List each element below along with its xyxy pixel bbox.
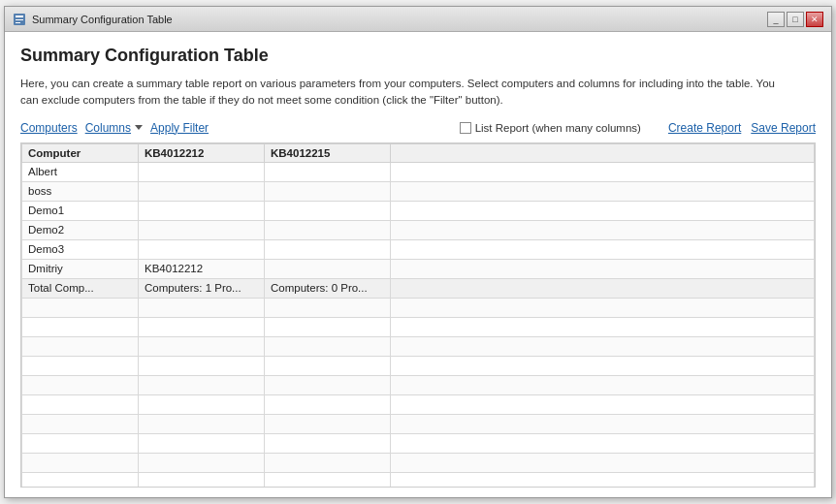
- content-area: Summary Configuration Table Here, you ca…: [5, 32, 831, 497]
- description: Here, you can create a summary table rep…: [20, 76, 816, 110]
- col-header-computer: Computer: [22, 143, 139, 162]
- list-report-container: List Report (when many columns): [460, 122, 641, 134]
- total-col2: Computers: 0 Pro...: [265, 278, 391, 298]
- cell-empty: [391, 239, 815, 259]
- svg-rect-3: [16, 22, 20, 23]
- col-header-kb2: KB4012215: [265, 143, 391, 162]
- cell-col1: [139, 239, 265, 259]
- cell-empty: [391, 181, 815, 201]
- empty-table-row: [22, 317, 815, 336]
- empty-table-row: [22, 453, 815, 472]
- empty-table-row: [22, 356, 815, 375]
- empty-table-row: [22, 375, 815, 394]
- title-bar-controls: _ □ ✕: [767, 12, 823, 27]
- cell-col1: [139, 162, 265, 181]
- apply-filter-link[interactable]: Apply Filter: [150, 121, 209, 135]
- table-container: Computer KB4012212 KB4012215 Albert bo: [20, 142, 816, 488]
- empty-table-row: [22, 298, 815, 317]
- toolbar: Computers Columns Apply Filter List Repo…: [20, 121, 816, 135]
- table-row: boss: [22, 181, 815, 201]
- main-window: Summary Configuration Table _ □ ✕ Summar…: [4, 6, 832, 498]
- minimize-button[interactable]: _: [767, 12, 785, 27]
- cell-col1: KB4012212: [139, 259, 265, 278]
- cell-col2: [265, 181, 391, 201]
- summary-table: Computer KB4012212 KB4012215 Albert bo: [21, 143, 815, 488]
- create-report-link[interactable]: Create Report: [668, 121, 741, 135]
- cell-computer: Dmitriy: [22, 259, 139, 278]
- save-report-link[interactable]: Save Report: [751, 121, 816, 135]
- columns-button[interactable]: Columns: [85, 121, 143, 135]
- table-row: Demo1: [22, 201, 815, 220]
- close-button[interactable]: ✕: [806, 12, 823, 27]
- empty-table-row: [22, 394, 815, 414]
- cell-col1: [139, 181, 265, 201]
- window-icon: [13, 13, 26, 26]
- cell-col1: [139, 201, 265, 220]
- cell-empty: [391, 201, 815, 220]
- columns-dropdown-arrow: [135, 125, 143, 130]
- title-bar: Summary Configuration Table _ □ ✕: [5, 7, 831, 32]
- cell-computer: Albert: [22, 162, 139, 181]
- empty-table-row: [22, 414, 815, 433]
- cell-col1: [139, 220, 265, 239]
- empty-table-row: [22, 472, 815, 488]
- table-row: Demo3: [22, 239, 815, 259]
- title-bar-left: Summary Configuration Table: [13, 13, 173, 26]
- total-label: Total Comp...: [22, 278, 139, 298]
- cell-col2: [265, 220, 391, 239]
- page-title: Summary Configuration Table: [20, 46, 816, 66]
- cell-col2: [265, 162, 391, 181]
- cell-computer: boss: [22, 181, 139, 201]
- toolbar-right: Create Report Save Report: [668, 121, 816, 135]
- empty-table-row: [22, 433, 815, 453]
- cell-col2: [265, 201, 391, 220]
- columns-link: Columns: [85, 121, 131, 135]
- col-header-kb1: KB4012212: [139, 143, 265, 162]
- table-header-row: Computer KB4012212 KB4012215: [22, 143, 815, 162]
- cell-empty: [391, 259, 815, 278]
- svg-rect-2: [16, 19, 23, 20]
- table-row: Demo2: [22, 220, 815, 239]
- empty-table-row: [22, 336, 815, 356]
- table-row: Albert: [22, 162, 815, 181]
- maximize-button[interactable]: □: [787, 12, 804, 27]
- table-row: Dmitriy KB4012212: [22, 259, 815, 278]
- list-report-label: List Report (when many columns): [475, 122, 641, 134]
- cell-col2: [265, 259, 391, 278]
- cell-empty: [391, 162, 815, 181]
- total-row: Total Comp... Computers: 1 Pro... Comput…: [22, 278, 815, 298]
- cell-computer: Demo2: [22, 220, 139, 239]
- list-report-checkbox[interactable]: [460, 122, 471, 134]
- title-bar-text: Summary Configuration Table: [32, 14, 173, 25]
- svg-rect-1: [16, 16, 23, 17]
- computers-link[interactable]: Computers: [20, 121, 78, 135]
- col-header-empty: [391, 143, 815, 162]
- cell-empty: [391, 220, 815, 239]
- cell-computer: Demo3: [22, 239, 139, 259]
- description-line2: can exclude computers from the table if …: [20, 94, 503, 106]
- cell-computer: Demo1: [22, 201, 139, 220]
- cell-col2: [265, 239, 391, 259]
- description-line1: Here, you can create a summary table rep…: [20, 78, 775, 89]
- total-col1: Computers: 1 Pro...: [139, 278, 265, 298]
- total-empty: [391, 278, 815, 298]
